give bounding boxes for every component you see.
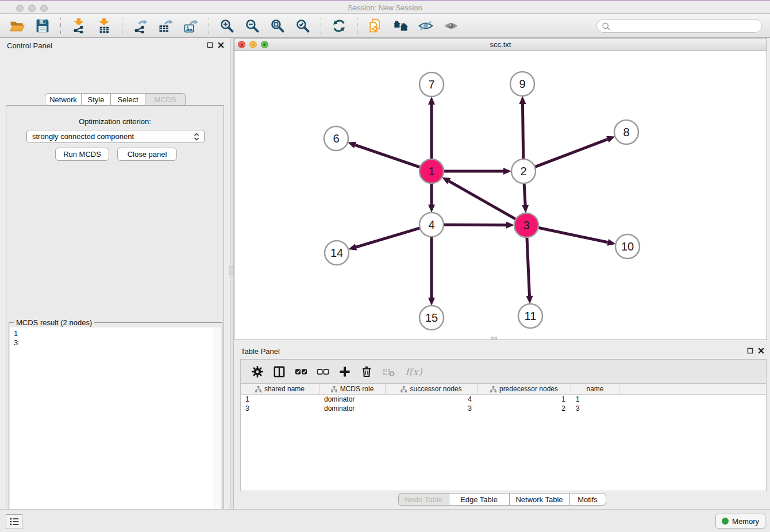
deselect-all-icon[interactable] [314, 363, 332, 380]
control-panel-tabs: NetworkStyleSelectMCDS [45, 93, 186, 106]
zoom-selected-icon[interactable] [295, 17, 311, 34]
mcds-result-item[interactable]: 3 [14, 338, 214, 348]
graph-edge[interactable] [538, 228, 608, 242]
graph-node-label: 2 [520, 165, 526, 178]
graph-node[interactable]: 11 [518, 304, 542, 328]
column-header-name[interactable]: name [571, 384, 619, 394]
save-icon[interactable] [34, 17, 51, 34]
home-icon[interactable] [392, 17, 409, 34]
toolbar-group [363, 17, 464, 34]
select-all-icon[interactable] [292, 363, 310, 380]
criterion-select[interactable]: strongly connected component [26, 130, 205, 143]
splitter-grip[interactable] [229, 266, 234, 275]
tab-motifs[interactable]: Motifs [570, 493, 606, 506]
zoom-fit-icon[interactable] [270, 17, 286, 34]
graph-node[interactable]: 15 [419, 306, 444, 330]
table-cell[interactable]: 1 [571, 395, 619, 404]
open-icon[interactable] [9, 17, 25, 34]
run-mcds-button[interactable]: Run MCDS [55, 148, 109, 161]
task-list-button[interactable] [6, 514, 22, 529]
graph-node[interactable]: 8 [614, 120, 638, 144]
graph-node-label: 9 [519, 78, 525, 90]
search-input[interactable] [613, 22, 757, 30]
graph-node[interactable]: 14 [325, 241, 349, 265]
column-header-successor-nodes[interactable]: successor nodes [386, 384, 478, 394]
tab-node-table[interactable]: Node Table [398, 493, 449, 506]
float-table-panel-icon[interactable] [747, 348, 753, 354]
graph-edge[interactable] [449, 181, 515, 219]
table-cell[interactable]: dominator [319, 404, 386, 413]
refresh-icon[interactable] [331, 17, 347, 34]
mcds-result-list[interactable]: 13 [10, 327, 214, 532]
hide-eye-icon[interactable] [418, 17, 434, 34]
mcds-result-item[interactable]: 1 [14, 329, 214, 338]
float-panel-icon[interactable] [207, 42, 213, 48]
graph-edge[interactable] [527, 237, 530, 296]
import-network-icon[interactable] [71, 17, 87, 34]
table-cell[interactable]: 4 [386, 395, 478, 404]
memory-button[interactable]: Memory [715, 514, 765, 529]
table-toolbar: f(x) [240, 359, 767, 383]
select-stepper-icon [192, 132, 201, 141]
clone-network-icon[interactable] [367, 17, 383, 34]
columns-icon[interactable] [271, 363, 288, 380]
delete-icon[interactable] [358, 363, 375, 380]
graph-node-label: 6 [333, 132, 339, 145]
close-panel-button[interactable]: Close panel [117, 148, 177, 161]
tab-network[interactable]: Network [45, 93, 82, 106]
export-network-icon[interactable] [132, 17, 148, 34]
column-header-predecessor-nodes[interactable]: predecessor nodes [478, 384, 571, 394]
mcds-panel: Optimization criterion: strongly connect… [6, 105, 224, 532]
table-cell[interactable]: 3 [571, 404, 619, 413]
export-table-icon[interactable] [157, 17, 174, 34]
table-row[interactable]: 3dominator323 [241, 404, 766, 413]
graph-node[interactable]: 9 [510, 72, 534, 96]
graph-edge[interactable] [522, 104, 523, 159]
export-image-icon[interactable] [183, 17, 199, 34]
table-row[interactable]: 1dominator411 [241, 395, 766, 404]
column-header-MCDS-role[interactable]: MCDS role [319, 384, 386, 394]
import-table-icon[interactable] [96, 17, 112, 34]
search-icon [602, 22, 610, 30]
tab-mcds[interactable]: MCDS [145, 93, 186, 106]
table-cell[interactable]: 2 [478, 404, 571, 413]
graph-edge[interactable] [524, 183, 525, 205]
graph-node[interactable]: 7 [419, 72, 444, 97]
close-table-panel-icon[interactable] [758, 348, 764, 354]
zoom-out-icon[interactable] [244, 17, 260, 34]
graph-node[interactable]: 10 [615, 234, 640, 259]
gear-icon[interactable] [249, 363, 266, 380]
search-box[interactable] [596, 19, 762, 33]
table-cell[interactable]: 1 [241, 395, 319, 404]
show-eye-icon[interactable] [443, 17, 459, 34]
network-window-titlebar[interactable]: x − + scc.txt [234, 38, 767, 51]
status-bar: Memory [0, 509, 770, 532]
tab-edge-table[interactable]: Edge Table [449, 493, 510, 506]
table-cell[interactable]: 1 [478, 395, 571, 404]
graph-node[interactable]: 6 [324, 126, 348, 151]
graph-node[interactable]: 1 [419, 159, 444, 183]
graph-node[interactable]: 4 [419, 213, 444, 237]
result-scrollbar[interactable] [214, 327, 221, 532]
tab-select[interactable]: Select [111, 93, 145, 106]
graph-edge[interactable] [535, 139, 608, 167]
table-cell[interactable]: 3 [386, 404, 478, 413]
graph-edge[interactable] [356, 228, 420, 247]
graph-node[interactable]: 3 [514, 213, 538, 237]
window-title: Session: New Session [0, 3, 770, 12]
toolbar-separator [321, 18, 321, 34]
graph-edge[interactable] [444, 225, 506, 225]
node-table: shared nameMCDS rolesuccessor nodesprede… [240, 383, 767, 491]
add-icon[interactable] [336, 363, 353, 380]
column-header-shared-name[interactable]: shared name [241, 384, 319, 394]
splitter-grip-horizontal[interactable] [491, 337, 497, 340]
table-cell[interactable]: 3 [241, 404, 319, 413]
close-panel-icon[interactable] [218, 42, 224, 48]
zoom-in-icon[interactable] [219, 17, 235, 34]
tab-network-table[interactable]: Network Table [510, 493, 570, 506]
graph-edge[interactable] [355, 145, 420, 167]
network-canvas[interactable]: 7968124314101511 [234, 51, 767, 340]
tab-style[interactable]: Style [82, 93, 111, 106]
graph-node[interactable]: 2 [511, 159, 536, 183]
table-cell[interactable]: dominator [319, 395, 386, 404]
